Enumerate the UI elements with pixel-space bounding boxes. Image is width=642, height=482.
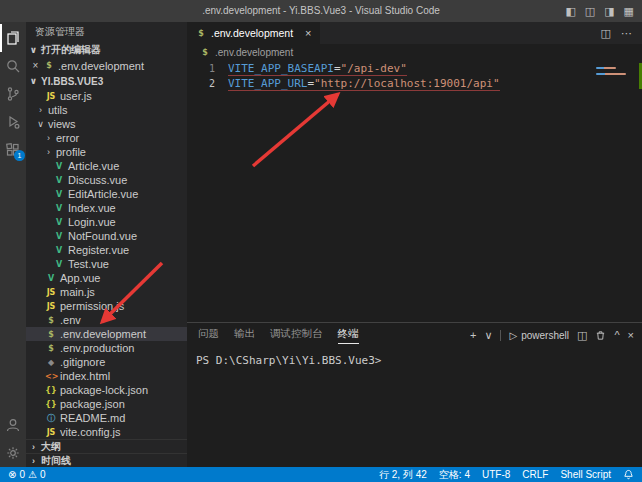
problems-indicator[interactable]: ⊗ 0 ⚠ 0 — [8, 469, 45, 480]
new-terminal-icon[interactable]: + — [470, 329, 476, 341]
account-icon[interactable] — [0, 411, 26, 439]
env-file-icon: $ — [45, 344, 57, 353]
source-control-icon[interactable] — [0, 80, 26, 108]
status-language-mode[interactable]: Shell Script — [560, 469, 611, 480]
status-encoding[interactable]: UTF-8 — [482, 469, 510, 480]
timeline-header[interactable]: › 时间线 — [26, 453, 187, 467]
breadcrumb-label: .env.development — [215, 47, 293, 58]
tree-item-test-vue[interactable]: VTest.vue — [26, 257, 187, 271]
tree-item-discuss-vue[interactable]: VDiscuss.vue — [26, 173, 187, 187]
split-editor-icon[interactable]: ◫ — [601, 27, 611, 40]
html-file-icon: <> — [45, 372, 57, 381]
open-editors-header[interactable]: ∨ 打开的编辑器 — [26, 42, 187, 58]
status-cursor-position[interactable]: 行 2, 列 42 — [379, 468, 427, 482]
vue-file-icon: V — [53, 204, 65, 213]
layout-toggle-icon[interactable]: ◫ — [585, 5, 595, 18]
tree-item-gitignore[interactable]: ◆.gitignore — [26, 355, 187, 369]
file-label: .env — [60, 314, 81, 326]
status-bar: ⊗ 0 ⚠ 0 行 2, 列 42空格: 4UTF-8CRLFShell Scr… — [0, 467, 642, 482]
panel-tab-debug-console[interactable]: 调试控制台 — [270, 327, 323, 344]
code-editor[interactable]: 1VITE_APP_BASEAPI="/api-dev"2VITE_APP_UR… — [187, 61, 642, 322]
outline-header[interactable]: › 大纲 — [26, 439, 187, 453]
file-label: package-lock.json — [60, 384, 148, 396]
breadcrumb[interactable]: $ .env.development — [187, 44, 642, 61]
json-file-icon: {} — [45, 400, 57, 409]
vue-file-icon: V — [53, 176, 65, 185]
tree-item-vite-config-js[interactable]: JSvite.config.js — [26, 425, 187, 439]
tree-item-login-vue[interactable]: VLogin.vue — [26, 215, 187, 229]
tree-item-env[interactable]: $.env — [26, 313, 187, 327]
run-debug-icon[interactable] — [0, 108, 26, 136]
tree-item-app-vue[interactable]: VApp.vue — [26, 271, 187, 285]
layout-toggle-icon[interactable]: ▦ — [624, 5, 634, 18]
file-label: Article.vue — [68, 160, 119, 172]
tree-item-permission-js[interactable]: JSpermission.js — [26, 299, 187, 313]
terminal-content[interactable]: PS D:\CSharp\Yi\Yi.BBS.Vue3> — [187, 347, 642, 374]
tree-item-views[interactable]: ∨views — [26, 117, 187, 131]
tree-item-package-json[interactable]: {}package.json — [26, 397, 187, 411]
chevron-right-icon: › — [29, 456, 38, 466]
split-terminal-icon[interactable]: ◫ — [577, 329, 587, 342]
warning-icon: ⚠ — [28, 469, 37, 480]
open-editor-item[interactable]: × $ .env.development — [26, 58, 187, 73]
tree-item-package-lock-json[interactable]: {}package-lock.json — [26, 383, 187, 397]
settings-gear-icon[interactable] — [0, 439, 26, 467]
editor-actions: ◫ ⋯ — [601, 22, 642, 44]
line-number: 1 — [187, 61, 215, 76]
error-icon: ⊗ — [8, 469, 16, 480]
tree-item-main-js[interactable]: JSmain.js — [26, 285, 187, 299]
panel-tab-problems[interactable]: 问题 — [198, 327, 219, 344]
code-text: VITE_APP_BASEAPI="/api-dev" — [228, 62, 407, 76]
close-panel-icon[interactable]: × — [628, 329, 634, 341]
tab-env-development[interactable]: $ .env.development × — [187, 22, 320, 44]
layout-toggle-icon[interactable]: ◨ — [604, 5, 614, 18]
maximize-panel-icon[interactable]: ^ — [614, 329, 619, 341]
extensions-badge: 1 — [14, 150, 25, 161]
sidebar-title: 资源管理器 — [26, 22, 187, 42]
vue-file-icon: V — [53, 162, 65, 171]
close-icon[interactable]: × — [305, 27, 311, 39]
tree-item-env-development[interactable]: $.env.development — [26, 327, 187, 341]
tree-item-utils[interactable]: ›utils — [26, 103, 187, 117]
status-indentation[interactable]: 空格: 4 — [439, 468, 470, 482]
panel-tab-output[interactable]: 输出 — [234, 327, 255, 344]
more-actions-icon[interactable]: ⋯ — [621, 27, 632, 40]
explorer-icon[interactable] — [0, 24, 26, 52]
vue-file-icon: V — [53, 232, 65, 241]
powershell-run-icon: ▷ — [509, 330, 517, 341]
layout-controls: ◧◫◨▦ — [565, 0, 634, 22]
window-title: .env.development - Yi.BBS.Vue3 - Visual … — [0, 0, 642, 22]
status-eol[interactable]: CRLF — [522, 469, 548, 480]
extensions-icon[interactable]: 1 — [0, 136, 26, 164]
tree-item-user-js[interactable]: JSuser.js — [26, 89, 187, 103]
tree-item-error[interactable]: ›error — [26, 131, 187, 145]
tree-item-profile[interactable]: ›profile — [26, 145, 187, 159]
file-label: App.vue — [60, 272, 100, 284]
chevron-right-icon: › — [36, 105, 45, 115]
shell-label: powershell — [521, 330, 569, 341]
tree-item-index-vue[interactable]: VIndex.vue — [26, 201, 187, 215]
tree-item-index-html[interactable]: <>index.html — [26, 369, 187, 383]
tree-item-notfound-vue[interactable]: VNotFound.vue — [26, 229, 187, 243]
layout-toggle-icon[interactable]: ◧ — [565, 5, 575, 18]
close-icon[interactable]: × — [31, 60, 40, 71]
shell-selector[interactable]: ▷ powershell — [509, 330, 569, 341]
file-label: README.md — [60, 412, 125, 424]
minimap[interactable] — [594, 63, 636, 79]
code-text: VITE_APP_URL="http://localhost:19001/api… — [228, 77, 500, 91]
tree-item-editarticle-vue[interactable]: VEditArticle.vue — [26, 187, 187, 201]
file-label: .env.development — [60, 328, 146, 340]
project-header[interactable]: ∨ YI.BBS.VUE3 — [26, 73, 187, 89]
tree-item-register-vue[interactable]: VRegister.vue — [26, 243, 187, 257]
env-file-icon: $ — [45, 316, 57, 325]
bottom-panel: 问题输出调试控制台终端 + ∨ ▷ powershell ◫ ^ × — [187, 322, 642, 467]
kill-terminal-icon[interactable] — [595, 330, 606, 341]
search-icon[interactable] — [0, 52, 26, 80]
terminal-dropdown-icon[interactable]: ∨ — [484, 329, 492, 342]
tree-item-article-vue[interactable]: VArticle.vue — [26, 159, 187, 173]
bell-icon[interactable] — [623, 469, 634, 480]
tree-item-readme-md[interactable]: ⓘREADME.md — [26, 411, 187, 425]
title-bar: .env.development - Yi.BBS.Vue3 - Visual … — [0, 0, 642, 22]
panel-tab-terminal[interactable]: 终端 — [338, 327, 359, 344]
tree-item-env-production[interactable]: $.env.production — [26, 341, 187, 355]
